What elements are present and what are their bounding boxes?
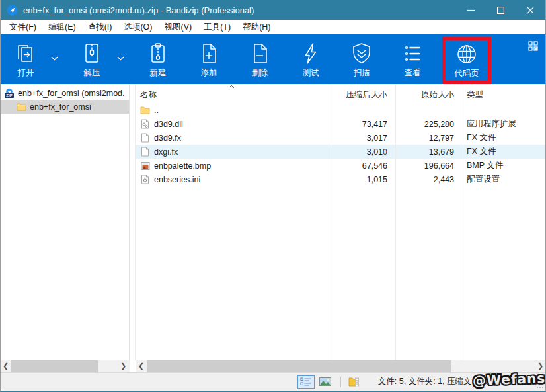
codepage-label: 代码页 [454, 68, 479, 79]
extract-button[interactable]: 解压 [71, 40, 113, 79]
file-original-size: 13,679 [395, 147, 461, 157]
bandizip-window: enb+fx_for_omsi (omsi2mod.ru).zip - Band… [0, 0, 546, 392]
tree-item-archive[interactable]: ZIP enb+fx_for_omsi (omsi2mod. [1, 86, 129, 100]
tree-item-folder[interactable]: enb+fx_for_omsi [1, 100, 129, 114]
scan-label: 扫描 [354, 67, 370, 79]
file-row-up[interactable]: .. [136, 103, 545, 117]
new-archive-icon [146, 40, 170, 67]
menu-find[interactable]: 查找(I) [82, 20, 118, 34]
column-divider[interactable] [395, 84, 396, 360]
menu-file[interactable]: 文件(F) [3, 20, 42, 34]
extract-dropdown[interactable] [113, 56, 128, 61]
scan-button[interactable]: 扫描 [340, 40, 383, 79]
scroll-left-icon[interactable]: ❮ [1, 360, 11, 372]
file-compressed-size: 1,015 [329, 175, 395, 184]
tree-hscrollbar[interactable]: ❮ ❯ [1, 360, 130, 372]
main-area: ZIP enb+fx_for_omsi (omsi2mod. enb+fx_fo… [1, 84, 545, 360]
menu-tools[interactable]: 工具(T) [198, 20, 237, 34]
bmp-file-icon [140, 161, 150, 171]
file-original-size: 12,797 [395, 134, 461, 143]
file-original-size: 225,280 [395, 120, 461, 129]
list-hscrollbar[interactable]: ❮ ❯ [136, 360, 545, 372]
menu-help[interactable]: 帮助(H) [237, 20, 276, 34]
open-label: 打开 [18, 67, 34, 79]
add-files-icon [197, 40, 221, 67]
test-icon [299, 40, 323, 67]
column-header-original[interactable]: 原始大小 [395, 89, 461, 100]
column-header-name[interactable]: 名称 [136, 89, 329, 100]
file-type: FX 文件 [461, 146, 545, 157]
file-name: d3d9.fx [154, 134, 181, 143]
bandizip-app-icon [7, 5, 18, 16]
open-dropdown[interactable] [47, 56, 62, 61]
new-archive-label: 新建 [150, 67, 167, 79]
toolbar: 打开 解压 [1, 34, 545, 84]
file-row-enbpalette-bmp[interactable]: enbpalette.bmp 67,546 196,664 BMP 文件 [136, 159, 545, 173]
folder-icon [17, 102, 26, 111]
dll-file-icon [140, 119, 150, 129]
panel-splitter[interactable] [130, 84, 136, 360]
menu-edit[interactable]: 编辑(E) [42, 20, 82, 34]
add-files-label: 添加 [201, 67, 217, 79]
add-files-button[interactable]: 添加 [188, 40, 230, 79]
maximize-button[interactable] [486, 0, 516, 20]
sort-asc-icon [228, 85, 235, 89]
file-row-dxgi-fx[interactable]: dxgi.fx 3,010 13,679 FX 文件 [136, 145, 545, 159]
title-bar: enb+fx_for_omsi (omsi2mod.ru).zip - Band… [1, 0, 545, 20]
panel-layout-button[interactable] [528, 41, 538, 51]
extract-label: 解压 [84, 67, 100, 79]
file-row-d3d9-dll[interactable]: d3d9.dll 73,417 225,280 应用程序扩展 [136, 117, 545, 131]
column-header-compressed[interactable]: 压缩后大小 [329, 89, 395, 100]
list-header: 名称 压缩后大小 原始大小 类型 [136, 84, 545, 103]
delete-button[interactable]: 删除 [239, 40, 281, 79]
svg-text:ZIP: ZIP [6, 93, 12, 97]
tree-item-label: enb+fx_for_omsi [30, 102, 91, 112]
file-type: BMP 文件 [461, 160, 545, 171]
file-row-enbseries-ini[interactable]: enbseries.ini 1,015 2,443 配置设置 [136, 173, 545, 186]
file-list: 名称 压缩后大小 原始大小 类型 .. [136, 84, 545, 360]
delete-icon [248, 40, 272, 67]
extract-icon [80, 40, 104, 67]
close-button[interactable] [516, 0, 545, 20]
view-label: 查看 [405, 67, 421, 79]
file-name: d3d9.dll [154, 120, 183, 129]
file-icon [140, 147, 150, 157]
view-button[interactable]: 查看 [391, 40, 434, 79]
open-archive-icon [14, 40, 38, 67]
zip-archive-icon: ZIP [4, 88, 15, 98]
menu-view[interactable]: 视图(V) [159, 20, 198, 34]
folder-tree-panel: ZIP enb+fx_for_omsi (omsi2mod. enb+fx_fo… [1, 84, 130, 360]
file-original-size: 2,443 [395, 175, 461, 184]
file-compressed-size: 3,010 [329, 147, 395, 157]
column-header-type[interactable]: 类型 [461, 89, 545, 100]
test-label: 测试 [303, 67, 319, 79]
menu-options[interactable]: 选项(O) [118, 20, 158, 34]
tree-item-label: enb+fx_for_omsi (omsi2mod. [18, 89, 125, 98]
codepage-button[interactable]: 代码页 [446, 41, 488, 79]
file-icon [140, 133, 150, 143]
minimize-button[interactable] [456, 0, 486, 20]
column-divider[interactable] [329, 84, 329, 360]
file-compressed-size: 3,017 [329, 134, 395, 143]
details-view-button[interactable] [297, 375, 315, 389]
file-row-d3d9-fx[interactable]: d3d9.fx 3,017 12,797 FX 文件 [136, 131, 545, 145]
file-original-size: 196,664 [395, 161, 461, 171]
file-name: enbseries.ini [154, 175, 200, 184]
view-icon [401, 40, 424, 67]
scroll-left-icon[interactable]: ❮ [136, 360, 146, 372]
window-title: enb+fx_for_omsi (omsi2mod.ru).zip - Band… [23, 5, 456, 15]
file-name: dxgi.fx [154, 147, 178, 157]
new-archive-button[interactable]: 新建 [137, 40, 179, 79]
preview-view-button[interactable] [317, 375, 334, 389]
file-type: FX 文件 [461, 132, 545, 143]
column-divider[interactable] [461, 84, 461, 360]
test-button[interactable]: 测试 [290, 40, 332, 79]
scrollbar-thumb[interactable] [11, 360, 98, 372]
open-folder-button[interactable] [346, 375, 363, 389]
file-name: enbpalette.bmp [154, 161, 211, 171]
watermark: @Wefans [472, 370, 545, 389]
open-button[interactable]: 打开 [5, 40, 47, 79]
scroll-right-icon[interactable]: ❯ [118, 360, 128, 372]
scrollbar-thumb[interactable] [147, 360, 451, 372]
file-type: 配置设置 [461, 174, 545, 185]
